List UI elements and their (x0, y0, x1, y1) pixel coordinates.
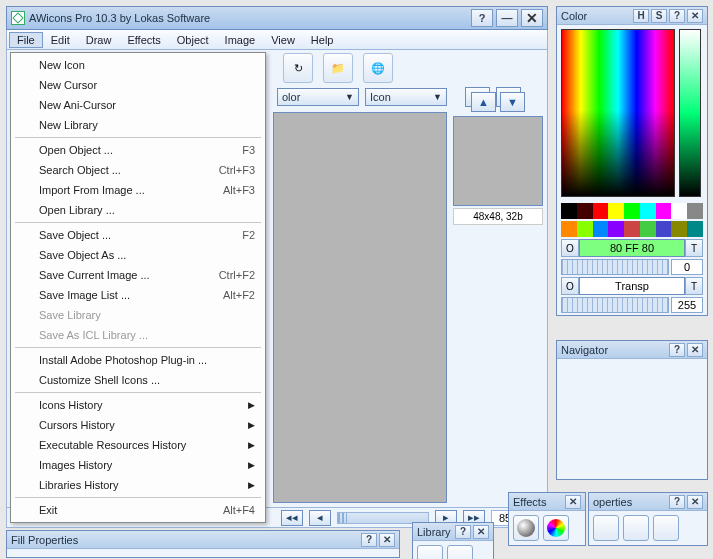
transp-t-button[interactable]: T (685, 277, 703, 295)
next-preview-button[interactable]: ▼ (500, 92, 525, 112)
file-menu-item[interactable]: Executable Resources History▶ (11, 435, 265, 455)
color-swatch[interactable] (687, 221, 703, 237)
folder-button[interactable]: 📁 (323, 53, 353, 83)
file-menu-item[interactable]: New Icon (11, 55, 265, 75)
color-swatch[interactable] (577, 203, 593, 219)
menu-edit[interactable]: Edit (43, 32, 78, 48)
color-swatch[interactable] (656, 203, 672, 219)
menu-item-label: Executable Resources History (39, 439, 186, 451)
color-swatch[interactable] (593, 203, 609, 219)
file-menu-item[interactable]: Cursors History▶ (11, 415, 265, 435)
prop-btn-3[interactable] (653, 515, 679, 541)
preview-thumbnail[interactable] (453, 116, 543, 206)
transp-o-button[interactable]: O (561, 277, 579, 295)
file-menu-item[interactable]: Save Current Image ...Ctrl+F2 (11, 265, 265, 285)
hex-t-button[interactable]: T (685, 239, 703, 257)
color-swatch[interactable] (671, 203, 687, 219)
color-help-button[interactable]: ? (669, 9, 685, 23)
color-swatch[interactable] (656, 221, 672, 237)
menu-item-label: Icons History (39, 399, 103, 411)
zoom-start-button[interactable]: ◂◂ (281, 510, 303, 526)
props-close-button[interactable]: ✕ (687, 495, 703, 509)
hex-o-button[interactable]: O (561, 239, 579, 257)
color-panel: Color H S ? ✕ O 80 FF 80 T 0 O Transp T … (556, 6, 708, 316)
file-menu-item[interactable]: Save Object ...F2 (11, 225, 265, 245)
zoom-prev-button[interactable]: ◂ (309, 510, 331, 526)
color-swatch[interactable] (640, 203, 656, 219)
menu-view[interactable]: View (263, 32, 303, 48)
library-panel: Library ? ✕ (412, 522, 494, 559)
file-menu-item[interactable]: New Library (11, 115, 265, 135)
color-swatch[interactable] (561, 203, 577, 219)
submenu-arrow-icon: ▶ (248, 440, 255, 450)
color-swatch[interactable] (640, 221, 656, 237)
color-close-button[interactable]: ✕ (687, 9, 703, 23)
file-menu-item[interactable]: Import From Image ...Alt+F3 (11, 180, 265, 200)
lib-btn-1[interactable] (417, 545, 443, 559)
menu-object[interactable]: Object (169, 32, 217, 48)
menu-image[interactable]: Image (217, 32, 264, 48)
close-button[interactable]: ✕ (521, 9, 543, 27)
file-menu-item[interactable]: Open Library ... (11, 200, 265, 220)
app-icon (11, 11, 25, 25)
canvas[interactable] (273, 112, 447, 503)
menu-file[interactable]: File (9, 32, 43, 48)
prev-preview-button[interactable]: ▲ (471, 92, 496, 112)
color-swatch[interactable] (608, 221, 624, 237)
hex-value[interactable]: 80 FF 80 (579, 239, 685, 257)
props-help-button[interactable]: ? (669, 495, 685, 509)
effect-sphere-button[interactable] (513, 515, 539, 541)
color-combo[interactable]: olor▼ (277, 88, 359, 106)
menu-separator (15, 497, 261, 498)
file-menu-item[interactable]: New Cursor (11, 75, 265, 95)
lib-help-button[interactable]: ? (455, 525, 471, 539)
minimize-button[interactable]: — (496, 9, 518, 27)
prop-btn-2[interactable] (623, 515, 649, 541)
effects-close-button[interactable]: ✕ (565, 495, 581, 509)
color-swatch[interactable] (624, 203, 640, 219)
color-swatch[interactable] (687, 203, 703, 219)
hue-saturation-picker[interactable] (561, 29, 675, 197)
redo-button[interactable]: ↻ (283, 53, 313, 83)
file-menu-item[interactable]: Save Object As ... (11, 245, 265, 265)
color-swatch[interactable] (577, 221, 593, 237)
menu-effects[interactable]: Effects (119, 32, 168, 48)
color-swatch[interactable] (561, 221, 577, 237)
file-menu-item[interactable]: Save Image List ...Alt+F2 (11, 285, 265, 305)
prop-btn-1[interactable] (593, 515, 619, 541)
menu-item-label: Images History (39, 459, 112, 471)
color-slider-1[interactable] (561, 259, 669, 275)
file-menu-item[interactable]: ExitAlt+F4 (11, 500, 265, 520)
menu-help[interactable]: Help (303, 32, 342, 48)
fill-help-button[interactable]: ? (361, 533, 377, 547)
submenu-arrow-icon: ▶ (248, 460, 255, 470)
lib-close-button[interactable]: ✕ (473, 525, 489, 539)
menu-draw[interactable]: Draw (78, 32, 120, 48)
file-menu-item[interactable]: New Ani-Cursor (11, 95, 265, 115)
nav-help-button[interactable]: ? (669, 343, 685, 357)
menu-item-label: Exit (39, 504, 57, 516)
file-menu-item[interactable]: Images History▶ (11, 455, 265, 475)
lightness-picker[interactable] (679, 29, 701, 197)
fill-close-button[interactable]: ✕ (379, 533, 395, 547)
color-swatch[interactable] (593, 221, 609, 237)
file-menu-item[interactable]: Customize Shell Icons ... (11, 370, 265, 390)
effect-rainbow-button[interactable] (543, 515, 569, 541)
file-menu-item[interactable]: Search Object ...Ctrl+F3 (11, 160, 265, 180)
file-menu-item[interactable]: Open Object ...F3 (11, 140, 265, 160)
type-combo[interactable]: Icon▼ (365, 88, 447, 106)
web-button[interactable]: 🌐 (363, 53, 393, 83)
color-h-button[interactable]: H (633, 9, 649, 23)
color-swatch[interactable] (608, 203, 624, 219)
color-slider-2[interactable] (561, 297, 669, 313)
file-menu-item[interactable]: Libraries History▶ (11, 475, 265, 495)
lib-btn-2[interactable] (447, 545, 473, 559)
color-swatch[interactable] (624, 221, 640, 237)
color-s-button[interactable]: S (651, 9, 667, 23)
help-button[interactable]: ? (471, 9, 493, 27)
file-menu-item[interactable]: Icons History▶ (11, 395, 265, 415)
color-swatch[interactable] (671, 221, 687, 237)
window-title: AWicons Pro 10.3 by Lokas Software (29, 12, 468, 24)
nav-close-button[interactable]: ✕ (687, 343, 703, 357)
file-menu-item[interactable]: Install Adobe Photoshop Plug-in ... (11, 350, 265, 370)
